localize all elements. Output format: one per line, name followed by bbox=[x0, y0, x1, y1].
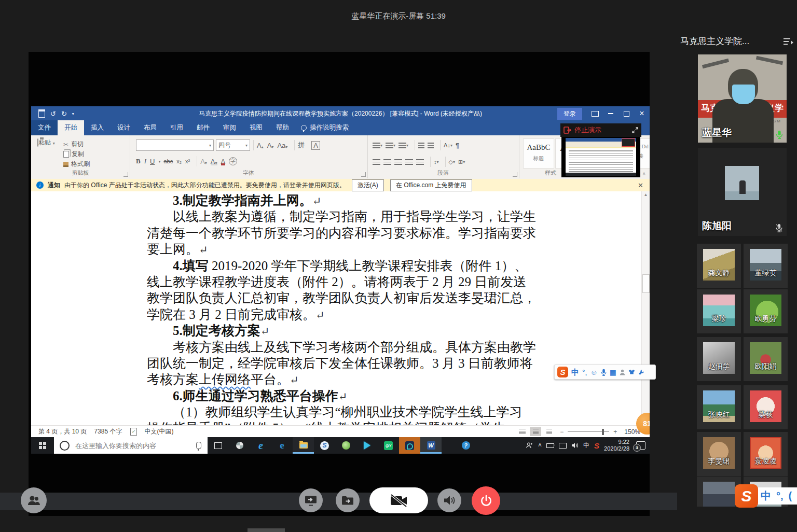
character-border-button[interactable]: A bbox=[311, 141, 320, 150]
ribbon-display-options-icon[interactable] bbox=[587, 106, 603, 121]
people-icon[interactable] bbox=[526, 442, 533, 449]
word-close-button[interactable]: × bbox=[634, 106, 650, 121]
print-layout-button[interactable] bbox=[530, 427, 541, 436]
scroll-up-icon[interactable]: ▲ bbox=[642, 191, 650, 198]
task-view-button[interactable] bbox=[208, 437, 229, 454]
spellcheck-icon[interactable] bbox=[130, 428, 137, 436]
speaker-button[interactable] bbox=[437, 488, 461, 512]
ime-account-icon[interactable] bbox=[620, 369, 625, 375]
show-marks-button[interactable]: ¶ bbox=[456, 142, 459, 149]
notification-close-icon[interactable]: ✕ bbox=[638, 181, 643, 189]
bold-button[interactable]: B bbox=[136, 157, 141, 165]
pinwheel-app-icon[interactable] bbox=[229, 437, 250, 454]
clock[interactable]: 9:222020/2/28 bbox=[604, 439, 629, 452]
participant-video[interactable]: 陈旭阳 bbox=[698, 148, 787, 236]
ime-emoji-icon[interactable]: ☺ bbox=[590, 369, 598, 376]
ie-browser-icon[interactable]: e bbox=[250, 437, 271, 454]
ime-punct-toggle[interactable]: °, bbox=[582, 369, 587, 376]
save-icon[interactable] bbox=[38, 109, 45, 118]
page-indicator[interactable]: 第 4 页，共 10 页 bbox=[38, 427, 87, 436]
qat-dropdown-icon[interactable]: ▾ bbox=[72, 111, 74, 116]
word-app-icon[interactable]: W bbox=[420, 437, 442, 454]
network-icon[interactable] bbox=[559, 443, 567, 449]
video-player-icon[interactable] bbox=[356, 437, 378, 454]
vertical-scrollbar[interactable]: ▲ bbox=[641, 191, 650, 425]
expand-icon[interactable] bbox=[632, 127, 638, 133]
increase-indent-button[interactable] bbox=[428, 143, 434, 148]
ime-mode-toggle[interactable]: 中 bbox=[571, 368, 579, 376]
read-mode-button[interactable] bbox=[516, 427, 528, 436]
phonetic-guide-button[interactable]: 拼 bbox=[298, 141, 305, 150]
participant-tile[interactable]: 赵佃学 bbox=[697, 337, 741, 381]
edge-browser-icon[interactable]: e bbox=[271, 437, 293, 454]
tab-insert[interactable]: 插入 bbox=[84, 120, 111, 135]
tab-mailings[interactable]: 邮件 bbox=[190, 120, 216, 135]
shrink-font-button[interactable]: A▾ bbox=[267, 142, 274, 149]
share-preview-thumbnail[interactable] bbox=[561, 137, 640, 177]
tray-expand-icon[interactable]: ˄ bbox=[538, 442, 542, 449]
sogou-logo-icon[interactable]: S bbox=[557, 367, 568, 377]
end-meeting-button[interactable] bbox=[472, 486, 500, 515]
text-effects-button[interactable]: A▾ bbox=[200, 158, 207, 165]
camera-toggle-button[interactable] bbox=[369, 487, 428, 513]
participant-tile[interactable]: 梁荻 bbox=[744, 385, 788, 429]
tell-me-search[interactable]: 操作说明搜索 bbox=[296, 120, 354, 135]
participant-tile[interactable]: 欧阳娟 bbox=[744, 337, 788, 381]
borders-button[interactable]: ⊞▾ bbox=[458, 159, 465, 165]
taskbar-search[interactable] bbox=[54, 437, 208, 454]
line-spacing-button[interactable]: ↕▾ bbox=[434, 159, 439, 165]
participant-tile[interactable]: 龚文静 bbox=[697, 244, 741, 288]
search-input[interactable] bbox=[74, 441, 196, 450]
ime-paren[interactable]: ( bbox=[789, 490, 792, 502]
align-center-button[interactable] bbox=[383, 159, 391, 165]
numbering-button[interactable]: ▾ bbox=[386, 143, 395, 148]
tab-file[interactable]: 文件 bbox=[31, 120, 58, 135]
sogou-logo-icon[interactable]: S bbox=[735, 484, 758, 508]
subscript-button[interactable]: x₂ bbox=[176, 158, 182, 164]
share-file-button[interactable] bbox=[336, 488, 360, 512]
font-color-button[interactable]: A bbox=[221, 158, 226, 165]
participant-tile[interactable]: 梁珍 bbox=[697, 289, 741, 333]
strikethrough-button[interactable]: abc bbox=[163, 158, 173, 164]
cut-button[interactable]: ✂剪切 bbox=[63, 139, 90, 149]
word-minimize-button[interactable] bbox=[603, 106, 619, 121]
highlight-button[interactable]: A▾ bbox=[211, 158, 217, 165]
zoom-out-icon[interactable]: − bbox=[560, 428, 564, 436]
clipboard-dialog-launcher[interactable] bbox=[123, 172, 128, 177]
office-free-button[interactable]: 在 Office.com 上免费使用 bbox=[390, 179, 472, 191]
participant-tile[interactable]: 张映红 bbox=[697, 385, 741, 429]
justify-button[interactable] bbox=[405, 159, 413, 165]
ime-mode-indicator[interactable]: 中 bbox=[583, 441, 589, 450]
file-explorer-icon[interactable] bbox=[293, 437, 314, 454]
paste-button[interactable]: 粘贴 ▾ bbox=[35, 138, 57, 169]
screen-share-button[interactable] bbox=[299, 488, 323, 512]
help-icon[interactable]: ? bbox=[455, 437, 476, 454]
tab-references[interactable]: 引用 bbox=[163, 120, 190, 135]
tab-help[interactable]: 帮助 bbox=[269, 120, 296, 135]
bullets-button[interactable]: ▾ bbox=[373, 143, 382, 148]
copy-button[interactable]: 复制 bbox=[63, 149, 90, 159]
change-case-button[interactable]: Aa▾ bbox=[277, 142, 287, 149]
enclose-character-button[interactable]: 字 bbox=[229, 157, 237, 165]
tab-layout[interactable]: 布局 bbox=[137, 120, 163, 135]
shading-button[interactable]: ◇▾ bbox=[449, 159, 455, 165]
font-name-select[interactable]: ▾ bbox=[136, 139, 214, 151]
web-layout-button[interactable] bbox=[543, 427, 555, 436]
grow-font-button[interactable]: A▴ bbox=[257, 142, 264, 149]
sort-button[interactable]: A↓▾ bbox=[444, 142, 452, 148]
redo-icon[interactable]: ↻ bbox=[61, 110, 67, 118]
distribute-button[interactable] bbox=[416, 159, 424, 165]
activate-button[interactable]: 激活(A) bbox=[352, 179, 384, 191]
document-area[interactable]: 3.制定教学指南并上网。↵ 以线上教案为遵循，制定学习指南，用于指导学生学习，让… bbox=[31, 191, 650, 425]
participant-tile[interactable]: 欧勇芬 bbox=[744, 289, 788, 333]
sogou-browser-icon[interactable]: S bbox=[314, 437, 335, 454]
participant-list-icon[interactable] bbox=[783, 37, 794, 46]
participant-tile[interactable]: 董绿英 bbox=[744, 244, 788, 288]
style-card[interactable]: AaBbC标题 bbox=[523, 138, 554, 169]
start-button[interactable] bbox=[31, 437, 54, 454]
word-count[interactable]: 7385 个字 bbox=[94, 427, 122, 436]
tab-home[interactable]: 开始 bbox=[58, 120, 84, 135]
superscript-button[interactable]: x² bbox=[185, 158, 190, 164]
ime-skin-icon[interactable] bbox=[628, 369, 635, 375]
multilevel-list-button[interactable]: ▾ bbox=[398, 143, 408, 148]
